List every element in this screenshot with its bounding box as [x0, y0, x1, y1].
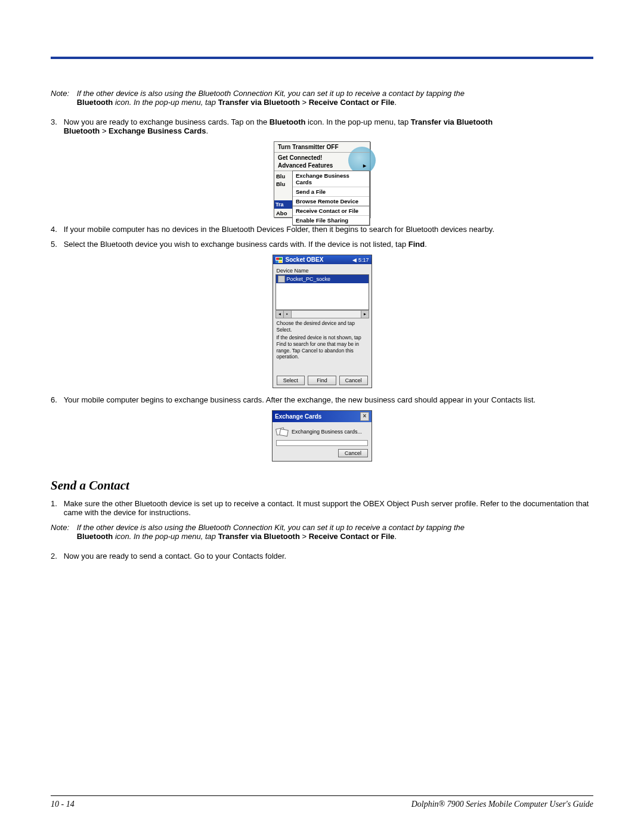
find-button[interactable]: Find	[308, 376, 336, 385]
s1-body: Make sure the other Bluetooth device is …	[64, 499, 592, 517]
step3-t1: Now you are ready to exchange business c…	[64, 117, 270, 126]
note-block-2: Note: If the other device is also using …	[51, 523, 593, 541]
dialog-titlebar: Exchange Cards ×	[273, 411, 371, 422]
dialog-cancel-button[interactable]: Cancel	[338, 449, 368, 457]
figure-socket-obex: Socket OBEX ◀ 5:17 Device Name Pocket_PC…	[51, 255, 593, 388]
submenu-enable[interactable]: Enable File Sharing	[293, 216, 369, 225]
s1-num: 1.	[51, 499, 61, 508]
step5-body: Select the Bluetooth device you wish to …	[64, 240, 592, 249]
note1-bt: Bluetooth	[77, 98, 113, 107]
note2-end: .	[394, 532, 397, 541]
submenu: Exchange Business Cards Send a File Brow…	[292, 171, 370, 225]
note2-body: If the other device is also using the Bl…	[77, 523, 590, 541]
device-list-item[interactable]: Pocket_PC_socke	[276, 275, 369, 283]
note2-label: Note:	[51, 523, 75, 532]
step5-t1: Select the Bluetooth device you wish to …	[64, 240, 408, 249]
step6-body: Your mobile computer begins to exchange …	[64, 395, 592, 404]
device-icon	[278, 275, 285, 283]
top-rule	[51, 57, 593, 59]
note1-mid: icon. In the pop-up menu, tap	[113, 98, 218, 107]
scroll-left-button[interactable]: ◂	[276, 311, 284, 318]
dialog-message: Exchanging Business cards...	[292, 429, 362, 435]
send-step-1: 1. Make sure the other Bluetooth device …	[51, 499, 593, 517]
menu-advanced[interactable]: Advanced Features	[278, 162, 333, 169]
scroll-right-button[interactable]: ▸	[361, 311, 369, 318]
instr1: Choose the desired device and tap Select…	[277, 320, 368, 333]
note-label: Note:	[51, 89, 75, 98]
dialog-title-text: Exchange Cards	[275, 413, 321, 420]
progress-bar	[276, 440, 368, 446]
wince-titlebar: Socket OBEX ◀ 5:17	[273, 255, 371, 264]
wince-time: ◀ 5:17	[352, 257, 369, 263]
menu-get-connected[interactable]: Get Connected!	[278, 154, 366, 161]
horizontal-scrollbar[interactable]: ◂ ▪ ▸	[275, 310, 369, 318]
send-step-2: 2. Now you are ready to send a contact. …	[51, 552, 593, 561]
page-footer: 10 - 14 Dolphin® 7900 Series Mobile Comp…	[51, 795, 593, 809]
step-3: 3. Now you are ready to exchange busines…	[51, 117, 593, 135]
cards-icon	[276, 427, 288, 436]
step5-find: Find	[408, 240, 425, 249]
step3-body: Now you are ready to exchange business c…	[64, 117, 592, 135]
step5-num: 5.	[51, 240, 61, 249]
section-heading: Send a Contact	[51, 478, 593, 493]
s2-num: 2.	[51, 552, 61, 561]
figure-context-menu: Turn Transmitter OFF Get Connected! Adva…	[51, 141, 593, 218]
step-6: 6. Your mobile computer begins to exchan…	[51, 395, 593, 404]
scroll-thumb[interactable]: ▪	[284, 311, 292, 318]
close-button[interactable]: ×	[360, 412, 369, 421]
wince-title-text: Socket OBEX	[286, 256, 324, 263]
footer-title: Dolphin® 7900 Series Mobile Computer Use…	[411, 800, 593, 809]
device-name-label: Device Name	[277, 268, 369, 274]
menu-left2: Blu	[276, 181, 285, 187]
device-name-text: Pocket_PC_socke	[287, 276, 331, 282]
scroll-track[interactable]	[292, 311, 361, 318]
menu-turn-off[interactable]: Turn Transmitter OFF	[274, 142, 370, 153]
submenu-sendfile[interactable]: Send a File	[293, 187, 369, 197]
step3-ebc: Exchange Business Cards	[109, 126, 206, 135]
menu-tra-strip: Tra	[274, 200, 295, 209]
note2-rcof: Receive Contact or File	[309, 532, 395, 541]
step3-t2: icon. In the pop-up menu, tap	[305, 117, 410, 126]
step3-tvb: Transfer via Bluetooth	[411, 117, 493, 126]
sound-icon[interactable]: ◀	[352, 257, 357, 263]
step3-end: .	[206, 126, 208, 135]
step5-end: .	[425, 240, 427, 249]
menu-abo: Abo	[276, 210, 287, 216]
step-5: 5. Select the Bluetooth device you wish …	[51, 240, 593, 249]
figure-exchange-dialog: Exchange Cards × Exchanging Business car…	[51, 410, 593, 462]
menu-connect-group: Get Connected! Advanced Features ▸	[274, 153, 370, 171]
page-number: 10 - 14	[51, 800, 75, 809]
windows-flag-icon[interactable]	[275, 257, 283, 263]
note2-tvb: Transfer via Bluetooth	[218, 532, 300, 541]
s2-body: Now you are ready to send a contact. Go …	[64, 552, 592, 561]
note2-mid: icon. In the pop-up menu, tap	[113, 532, 218, 541]
device-list[interactable]: Pocket_PC_socke	[275, 274, 369, 310]
step4-num: 4.	[51, 225, 61, 234]
select-button[interactable]: Select	[277, 376, 305, 385]
note2-bt: Bluetooth	[77, 532, 113, 541]
submenu-browse[interactable]: Browse Remote Device	[293, 197, 369, 206]
chevron-right-icon: ▸	[363, 162, 366, 169]
note1-gt: >	[300, 98, 309, 107]
note2-gt: >	[300, 532, 309, 541]
note-block-1: Note: If the other device is also using …	[51, 89, 593, 107]
note2-line1: If the other device is also using the Bl…	[77, 523, 465, 532]
submenu-receive[interactable]: Receive Contact or File	[293, 206, 369, 216]
note1-rcof: Receive Contact or File	[309, 98, 395, 107]
step3-bt2: Bluetooth	[64, 126, 100, 135]
menu-left1: Blu	[276, 173, 285, 179]
cancel-button[interactable]: Cancel	[339, 376, 368, 385]
step3-gt: >	[100, 126, 109, 135]
submenu-ebc[interactable]: Exchange Business Cards	[293, 171, 369, 187]
note1-tvb: Transfer via Bluetooth	[218, 98, 300, 107]
menu-left-labels: Blu Blu	[276, 173, 285, 187]
step-4: 4. If your mobile computer has no device…	[51, 225, 593, 234]
step4-body: If your mobile computer has no devices i…	[64, 225, 592, 234]
note-body: If the other device is also using the Bl…	[77, 89, 590, 107]
step3-bt: Bluetooth	[270, 117, 306, 126]
time-text: 5:17	[358, 257, 369, 263]
instr2: If the desired device is not shown, tap …	[277, 335, 368, 360]
note1-end: .	[394, 98, 397, 107]
step6-num: 6.	[51, 395, 61, 404]
step3-num: 3.	[51, 117, 61, 126]
